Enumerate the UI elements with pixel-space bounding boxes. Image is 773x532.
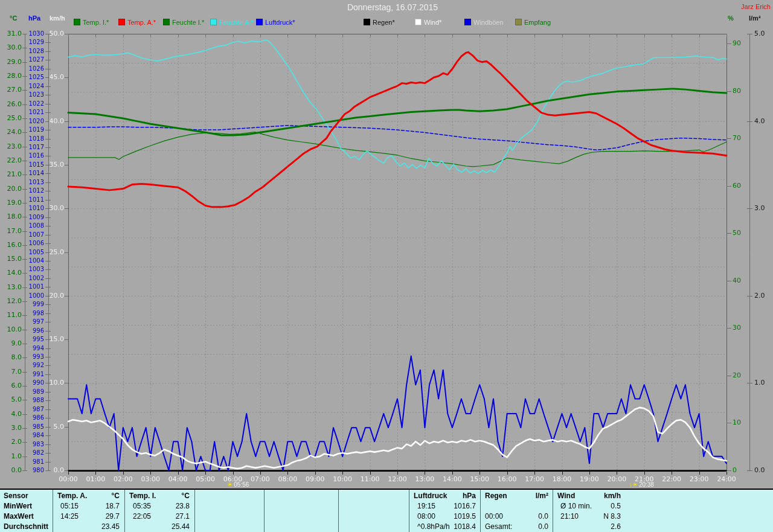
- max-value: N 8.3: [603, 512, 621, 521]
- temp-axis-unit: °C: [10, 14, 17, 22]
- legend-label: Temp. I.*: [83, 19, 109, 26]
- min-value: 18.7: [106, 502, 120, 511]
- col-name: Temp. A.: [57, 492, 87, 501]
- max-time: 08:00: [417, 512, 435, 521]
- regen-swatch-icon: [364, 19, 370, 25]
- windboeen-swatch-icon: [464, 19, 471, 25]
- legend-label: Regen*: [373, 19, 395, 26]
- feuchte-i-swatch-icon: [163, 19, 170, 25]
- max-value: 27.1: [176, 512, 190, 521]
- avg-label: Gesamt:: [485, 522, 512, 531]
- row-header-minwert: MinWert: [4, 502, 32, 511]
- table-divider: [124, 490, 125, 532]
- table-divider: [409, 490, 409, 532]
- legend-item-feuchte-i[interactable]: Feuchte I.*: [163, 19, 204, 26]
- row-header-sensor: Sensor: [4, 492, 28, 501]
- temp-i-swatch-icon: [74, 19, 80, 25]
- temp-a-swatch-icon: [118, 19, 125, 25]
- min-value: 0.5: [611, 502, 621, 511]
- legend-label: Windböen: [473, 19, 504, 26]
- legend-item-regen[interactable]: Regen*: [364, 19, 395, 26]
- max-value: 29.7: [106, 512, 120, 521]
- col-name: Luftdruck: [414, 492, 447, 501]
- col-name: Wind: [557, 492, 575, 501]
- sunrise-marker: ☀05:56: [227, 481, 249, 488]
- max-time: 14:25: [60, 512, 79, 521]
- table-divider: [480, 490, 481, 532]
- summary-table: Sensor MinWert MaxWert Durchschnitt Temp…: [0, 489, 773, 532]
- min-time: 05:15: [60, 502, 79, 511]
- col-unit: km/h: [604, 492, 621, 501]
- legend-label: Wind*: [424, 19, 441, 26]
- row-header-maxwert: MaxWert: [4, 512, 34, 521]
- min-value: 23.8: [176, 502, 190, 511]
- legend-item-feuchte-a[interactable]: Feuchte A.*: [210, 19, 254, 26]
- legend-label: Luftdruck*: [265, 19, 295, 26]
- col-unit: l/m²: [536, 492, 548, 501]
- avg-label: ^0.8hPa/h: [417, 522, 450, 531]
- table-divider: [553, 490, 553, 532]
- empfang-swatch-icon: [515, 19, 522, 25]
- station-owner-label: Jarz Erich: [741, 3, 771, 10]
- legend-item-temp-i[interactable]: Temp. I.*: [74, 19, 109, 26]
- avg-value: 1018.4: [454, 522, 476, 531]
- table-divider: [338, 490, 339, 532]
- col-unit: °C: [182, 492, 190, 501]
- min-value: 1016.7: [454, 502, 476, 511]
- sunrise-time: 05:56: [234, 481, 249, 488]
- legend-label: Feuchte I.*: [172, 19, 204, 26]
- max-time: 22:05: [133, 512, 151, 521]
- legend-item-luftdruck[interactable]: Luftdruck*: [256, 19, 295, 26]
- avg-value: 25.44: [172, 522, 190, 531]
- rain-axis-unit: l/m²: [749, 14, 761, 22]
- min-time: 05:35: [133, 502, 151, 511]
- pressure-axis-unit: hPa: [28, 14, 40, 22]
- table-divider: [194, 490, 195, 532]
- weather-app-window: Donnerstag, 16.07.2015 Jarz Erich °C hPa…: [0, 0, 773, 532]
- table-divider: [264, 490, 265, 532]
- row-header-durchschnitt: Durchschnitt: [4, 522, 48, 531]
- weather-chart-canvas[interactable]: [0, 0, 773, 532]
- avg-value: 23.45: [101, 522, 120, 531]
- max-time: 21:10: [560, 512, 579, 521]
- sunset-icon: ↓☀: [629, 481, 638, 488]
- col-unit: °C: [112, 492, 120, 501]
- min-label: Ø 10 min.: [560, 502, 592, 511]
- legend-label: Temp. A.*: [127, 19, 156, 26]
- legend-item-temp-a[interactable]: Temp. A.*: [118, 19, 156, 26]
- avg-value: 2.6: [611, 522, 621, 531]
- col-unit: hPa: [463, 492, 476, 501]
- luftdruck-swatch-icon: [256, 19, 263, 25]
- table-divider: [53, 490, 53, 532]
- page-title: Donnerstag, 16.07.2015: [347, 2, 438, 12]
- humidity-axis-unit: %: [728, 14, 734, 22]
- legend-item-empfang[interactable]: Empfang: [515, 19, 551, 26]
- col-name: Temp. I.: [129, 492, 156, 501]
- min-time: 19:15: [417, 502, 435, 511]
- legend-item-wind[interactable]: Wind*: [415, 19, 441, 26]
- legend-label: Empfang: [524, 19, 551, 26]
- feuchte-a-swatch-icon: [210, 19, 217, 25]
- legend-item-windboeen[interactable]: Windböen: [464, 19, 504, 26]
- max-value: 0.0: [538, 512, 548, 521]
- legend-label: Feuchte A.*: [219, 19, 254, 26]
- max-value: 1019.5: [454, 512, 476, 521]
- col-name: Regen: [485, 492, 507, 501]
- wind-swatch-icon: [415, 19, 422, 25]
- sunset-marker: ↓☀20:38: [629, 481, 654, 488]
- wind-axis-unit: km/h: [50, 14, 65, 22]
- sunset-time: 20:38: [639, 481, 654, 488]
- sunrise-icon: ☀: [227, 481, 233, 488]
- max-time: 00:00: [485, 512, 503, 521]
- avg-value: 0.0: [538, 522, 548, 531]
